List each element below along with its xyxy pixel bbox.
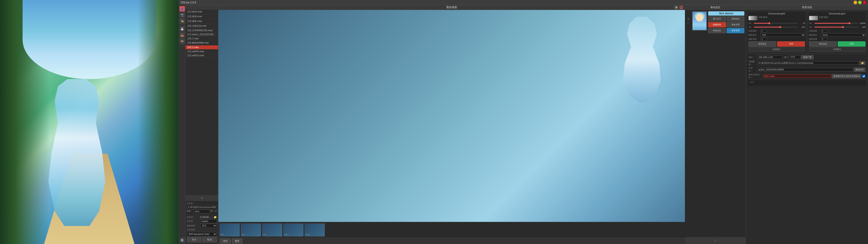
light1-color-row: 光量+橡皮 [809, 16, 866, 21]
preview-icon-screen[interactable]: 📺 [680, 6, 683, 9]
close-button[interactable]: ✕ [863, 1, 866, 4]
light0-slider-thumb2 [779, 26, 781, 28]
export-folder-icon[interactable]: 📁 [214, 216, 217, 219]
light0-color-preview[interactable] [748, 16, 757, 20]
character-add-button[interactable]: + [685, 237, 746, 244]
file-list-item[interactable]: (18) 1.vraw [186, 37, 218, 41]
export-type-label: 文件类型： [187, 228, 199, 231]
motion-mgr-button[interactable]: 动作管理 [727, 28, 745, 33]
network-address-input[interactable] [757, 55, 782, 59]
broadcast-button[interactable]: 数据广播 [801, 55, 813, 59]
expression-button[interactable]: 表情设定 [727, 16, 745, 22]
light0-intensity-input[interactable] [761, 29, 767, 33]
toolbar-icon-settings[interactable]: ⚙️ [180, 238, 185, 243]
motion-section: 动作 [749, 80, 865, 85]
reset-button[interactable]: 重置 [232, 239, 242, 244]
save-button[interactable]: 保存 [220, 239, 230, 244]
preview-thumbnail[interactable]: DVC1 [283, 223, 304, 237]
show-name-button[interactable]: 显示名字 [708, 16, 726, 22]
directional-light-1: DirectionalLight1 光量+橡皮 YB [808, 11, 867, 53]
left-toolbar: 👤 📷 🎭 💾 📥 🎞️ ⚙️ [179, 5, 186, 244]
motion-browse-button[interactable]: 请选择已导入动作文件残余击 [832, 74, 862, 79]
light0-close-button[interactable]: 关闭 [777, 41, 805, 47]
motion-file-checkbox[interactable] [862, 75, 865, 78]
light1-yb2-slider[interactable] [814, 26, 858, 29]
maximize-button[interactable]: □ [858, 1, 862, 4]
export-name-input[interactable] [200, 219, 217, 223]
motion-file-input[interactable] [763, 74, 831, 78]
light0-slider-track2 [754, 27, 798, 28]
preview-viewport [218, 10, 685, 222]
file-list-item[interactable]: (20) 2.vraw [186, 45, 218, 50]
toolbar-icon-save[interactable]: 💾 [180, 26, 185, 32]
light1-yb1-slider[interactable] [814, 22, 858, 25]
network-port-input[interactable] [789, 55, 800, 59]
filename-input[interactable] [757, 68, 853, 72]
character-name-button[interactable]: Nick_Namine [708, 11, 744, 16]
file-list-item[interactable]: (17) actor1_20210223100932.vraw [186, 33, 218, 37]
file-list-add-button[interactable]: + [186, 195, 218, 201]
toolbar-icon-film[interactable]: 🎞️ [180, 38, 185, 44]
hide-char-button[interactable]: 隐藏角色 [708, 22, 726, 27]
file-count-row: 数量： 帧：60 [187, 210, 217, 213]
light1-shadow-select[interactable]: None Soft Hard [821, 33, 866, 37]
toolbar-icon-import[interactable]: 📥 [180, 32, 185, 38]
filename-label: 文件名： [749, 67, 756, 72]
export-rotate-select[interactable]: ZYX XYZ [200, 224, 217, 228]
light1-open-button[interactable]: 开启 [838, 41, 866, 47]
light0-save-button[interactable]: 保存设定 [748, 41, 776, 47]
file-path-input[interactable] [187, 205, 217, 209]
preview-thumbnail[interactable]: DVC2 [305, 223, 325, 237]
toolbar-icon-person2[interactable]: 🎭 [180, 18, 185, 24]
file-list-item[interactable]: (14) 跳跃.vraw [186, 19, 218, 24]
light1-color-preview[interactable] [809, 16, 818, 20]
preview-thumbnail[interactable]: VC1 [262, 223, 282, 237]
preview-thumbnail[interactable]: VC2 [241, 223, 261, 237]
light0-yb1-slider[interactable] [754, 22, 798, 25]
light1-save-button[interactable]: 保存设定 [809, 41, 837, 47]
light0-color-row: 光量+橡皮 [748, 16, 805, 21]
light1-yb1-value: 10000 [859, 22, 866, 24]
file-list-item[interactable]: (16) 123454581326.vraw [186, 28, 218, 33]
light0-shadow-select[interactable]: Soft Hard None [761, 33, 805, 37]
cancel-button[interactable]: 取消 [202, 237, 217, 242]
file-list-item[interactable]: (13) 推演.vraw [186, 14, 218, 19]
light0-title: DirectionalLight0 [748, 12, 805, 15]
light1-shadow-intensity-input[interactable] [821, 37, 828, 41]
light1-title: DirectionalLight1 [809, 12, 866, 15]
light0-save-row: 保存设定 关闭 [748, 41, 805, 47]
char-btn-row3: 特效设定 动作管理 [708, 28, 744, 33]
title-bar: VDLive 2.0.6 ─ □ ✕ [179, 0, 868, 5]
light0-restore-button[interactable]: 还原默认 [748, 47, 805, 52]
toolbar-icon-person[interactable]: 👤 [180, 6, 185, 11]
storage-browse-button[interactable]: 📁 [860, 61, 865, 65]
record-button[interactable]: 数据记录 [854, 67, 865, 72]
count-input[interactable] [194, 210, 210, 213]
file-list-item[interactable]: (12) 推演.vraw [186, 9, 218, 14]
motion-file-label: 角色1动作文件： [749, 73, 762, 79]
special-button[interactable]: 特效设定 [708, 28, 726, 33]
storage-path-input[interactable] [757, 61, 859, 65]
equip-button[interactable]: 装备管理 [727, 22, 745, 27]
file-type-select[interactable]: BVH bisvision(*.bvh) [187, 232, 217, 236]
file-list-item[interactable]: (22) wd016.sraw [186, 54, 218, 58]
light0-shadow-intensity-input[interactable] [761, 37, 767, 41]
export-rotate-label: 旋转坐标： [187, 224, 199, 227]
file-list-item[interactable]: (15) 头部运动.vraw [186, 24, 218, 28]
light1-yb2-value: 180 [859, 26, 866, 28]
export-name-row: 文件名： [187, 219, 217, 223]
file-list-item[interactable]: (19) 舞蹈加秀模.vraw [186, 41, 218, 45]
app-window: VDLive 2.0.6 ─ □ ✕ 👤 📷 🎭 💾 📥 🎞️ ⚙️ (12) … [179, 0, 868, 244]
file-list-item[interactable]: (21) wd016.vraw [186, 50, 218, 54]
preview-icon-monitor[interactable]: 🖥 [675, 6, 678, 9]
export-button[interactable]: 导出 [187, 237, 202, 242]
light0-shadow-label: 阴影模式 [748, 34, 760, 37]
light0-intensity-label: 光源强度 [748, 30, 760, 33]
preview-thumbnail[interactable]: VC1 [219, 223, 240, 237]
light1-restore-button[interactable]: 还原默认 [809, 47, 866, 52]
toolbar-icon-camera[interactable]: 📷 [180, 12, 185, 18]
minimize-button[interactable]: ─ [854, 1, 857, 4]
file-list-scroll[interactable]: (12) 推演.vraw(13) 推演.vraw(14) 跳跃.vraw(15)… [186, 9, 218, 195]
light1-intensity-input[interactable] [821, 29, 828, 33]
light0-yb2-slider[interactable] [754, 26, 798, 29]
